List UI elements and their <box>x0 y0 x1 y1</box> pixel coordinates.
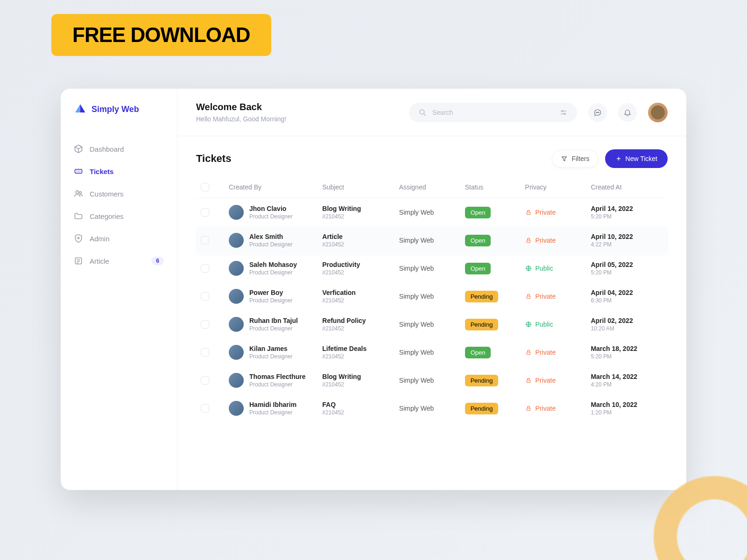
nav-item-customers[interactable]: Customers <box>67 184 170 203</box>
cube-icon <box>74 144 83 154</box>
sidebar: Simply Web Dashboard Tickets Customers <box>61 89 177 490</box>
user-role: Product Designer <box>249 297 293 304</box>
row-checkbox[interactable] <box>201 208 209 217</box>
ticket-id: #210452 <box>322 381 395 388</box>
svg-point-15 <box>597 112 598 112</box>
table-header: Created By Subject Assigned Status Priva… <box>196 176 668 198</box>
new-ticket-button[interactable]: New Ticket <box>605 149 668 168</box>
subject-title: Blog Writing <box>322 373 395 380</box>
search-icon <box>418 108 427 117</box>
globe-icon <box>525 321 532 328</box>
svg-rect-20 <box>527 240 530 242</box>
table-row[interactable]: Power Boy Product Designer Verfication #… <box>196 282 668 310</box>
status-cell: Pending <box>465 319 521 330</box>
user-avatar-small <box>229 261 244 276</box>
shield-icon <box>74 234 83 243</box>
table-row[interactable]: Thomas Flecthure Product Designer Blog W… <box>196 366 668 394</box>
created-by-cell: Kilan James Product Designer <box>229 345 317 360</box>
nav-item-article[interactable]: Article 6 <box>67 251 170 271</box>
welcome-subtitle: Hello Mahfuzul, Good Morning! <box>196 115 286 123</box>
table-body: Jhon Clavio Product Designer Blog Writin… <box>196 198 668 422</box>
search-field[interactable] <box>409 103 577 122</box>
notifications-button[interactable] <box>618 103 637 122</box>
status-cell: Pending <box>465 291 521 302</box>
nav-badge: 6 <box>151 257 164 265</box>
messages-button[interactable] <box>588 103 607 122</box>
row-checkbox[interactable] <box>201 292 209 301</box>
logo[interactable]: Simply Web <box>61 103 177 130</box>
new-ticket-label: New Ticket <box>626 155 657 162</box>
status-badge: Open <box>465 207 491 218</box>
table-row[interactable]: Jhon Clavio Product Designer Blog Writin… <box>196 198 668 226</box>
select-all-checkbox[interactable] <box>201 183 209 191</box>
welcome-block: Welcome Back Hello Mahfuzul, Good Mornin… <box>196 102 286 123</box>
table-row[interactable]: Alex Smith Product Designer Article #210… <box>196 226 668 254</box>
col-status: Status <box>465 183 521 191</box>
subject-title: Blog Writing <box>322 205 395 212</box>
nav-item-dashboard[interactable]: Dashboard <box>67 139 170 159</box>
row-checkbox[interactable] <box>201 320 209 329</box>
user-avatar-small <box>229 205 244 220</box>
row-checkbox[interactable] <box>201 376 209 385</box>
privacy-cell: Private <box>525 405 586 412</box>
user-avatar-small <box>229 233 244 248</box>
status-cell: Pending <box>465 403 521 414</box>
nav-item-categories[interactable]: Categories <box>67 206 170 226</box>
nav-label: Dashboard <box>90 145 124 153</box>
subject-title: Productivity <box>322 261 395 268</box>
folder-icon <box>74 211 83 221</box>
row-checkbox[interactable] <box>201 348 209 357</box>
logo-icon <box>74 103 87 116</box>
privacy-label: Private <box>536 377 556 384</box>
nav-label: Admin <box>90 235 110 243</box>
nav-item-tickets[interactable]: Tickets <box>67 161 170 181</box>
table-row[interactable]: Saleh Mohasoy Product Designer Productiv… <box>196 254 668 282</box>
status-cell: Open <box>465 347 521 358</box>
row-checkbox[interactable] <box>201 404 209 413</box>
user-name: Alex Smith <box>249 233 293 240</box>
created-at-cell: April 04, 2022 6:30 PM <box>591 289 663 304</box>
created-at-cell: March 10, 2022 1:20 PM <box>591 401 663 416</box>
row-checkbox[interactable] <box>201 236 209 245</box>
nav-item-admin[interactable]: Admin <box>67 229 170 248</box>
ticket-id: #210452 <box>322 241 395 248</box>
privacy-label: Public <box>536 321 553 328</box>
user-avatar[interactable] <box>648 103 668 122</box>
user-role: Product Designer <box>249 353 293 360</box>
row-checkbox[interactable] <box>201 264 209 273</box>
status-badge: Open <box>465 235 491 246</box>
assigned-cell: Simply Web <box>399 209 460 216</box>
assigned-cell: Simply Web <box>399 377 460 384</box>
svg-rect-22 <box>527 296 530 298</box>
subject-cell: Lifetime Deals #210452 <box>322 345 395 360</box>
nav-label: Categories <box>90 212 124 220</box>
created-by-cell: Ruhan Ibn Tajul Product Designer <box>229 317 317 332</box>
user-avatar-small <box>229 373 244 388</box>
created-at-cell: April 05, 2022 5:20 PM <box>591 261 663 276</box>
created-at-cell: April 02, 2022 10:20 AM <box>591 317 663 332</box>
sliders-icon[interactable] <box>559 108 568 117</box>
created-date: March 14, 2022 <box>591 373 663 380</box>
svg-point-11 <box>562 110 563 112</box>
lock-icon <box>525 293 532 300</box>
globe-icon <box>525 265 532 272</box>
search-input[interactable] <box>432 109 554 116</box>
col-assigned: Assigned <box>399 183 460 191</box>
user-name: Hamidi Ibharim <box>249 401 296 408</box>
table-row[interactable]: Ruhan Ibn Tajul Product Designer Refund … <box>196 310 668 338</box>
subject-title: Article <box>322 233 395 240</box>
created-date: April 05, 2022 <box>591 261 663 268</box>
table-row[interactable]: Kilan James Product Designer Lifetime De… <box>196 338 668 366</box>
filters-button[interactable]: Filters <box>552 150 598 168</box>
nav-label: Article <box>90 257 109 265</box>
created-at-cell: March 14, 2022 4:20 PM <box>591 373 663 388</box>
privacy-cell: Private <box>525 293 586 300</box>
lock-icon <box>525 349 532 356</box>
subject-title: Lifetime Deals <box>322 345 395 352</box>
created-by-cell: Hamidi Ibharim Product Designer <box>229 401 317 416</box>
privacy-cell: Private <box>525 209 586 216</box>
table-row[interactable]: Hamidi Ibharim Product Designer FAQ #210… <box>196 394 668 422</box>
svg-rect-24 <box>527 352 530 354</box>
promo-badge: FREE DOWNLOAD <box>51 14 271 56</box>
svg-point-13 <box>564 113 565 114</box>
